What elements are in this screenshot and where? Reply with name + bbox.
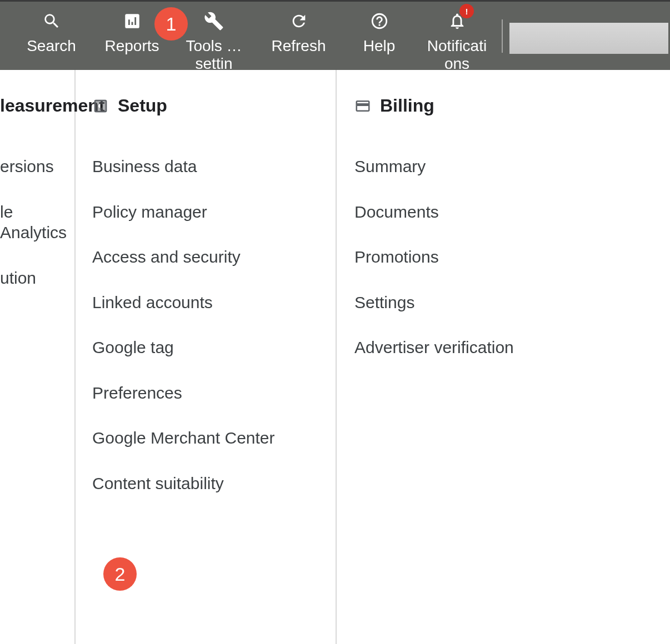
- menu-item-google-analytics[interactable]: le Analytics: [0, 189, 74, 255]
- menu-item-summary[interactable]: Summary: [354, 144, 670, 189]
- reports-icon: [123, 9, 142, 33]
- menu-item-business-data[interactable]: Business data: [92, 144, 336, 189]
- account-area-placeholder: [509, 23, 668, 54]
- gear-box-icon: [92, 98, 109, 114]
- menu-item-google-merchant-center[interactable]: Google Merchant Center: [92, 415, 336, 461]
- refresh-icon: [289, 9, 308, 33]
- credit-card-icon: [354, 98, 371, 114]
- menu-item-access-security[interactable]: Access and security: [92, 234, 336, 280]
- menu-item-attribution[interactable]: ution: [0, 255, 74, 301]
- menu-item-settings[interactable]: Settings: [354, 280, 670, 325]
- toolbar-refresh[interactable]: Refresh: [256, 7, 342, 55]
- measurement-header: leasurement: [0, 95, 74, 116]
- column-billing: Billing Summary Documents Promotions Set…: [337, 70, 670, 644]
- setup-header: Setup: [92, 95, 336, 116]
- notification-alert-badge: !: [459, 4, 474, 18]
- toolbar-divider: [502, 19, 503, 53]
- toolbar-notifications-label: Notificati ons: [417, 37, 497, 73]
- search-icon: [42, 9, 61, 33]
- top-toolbar: Search Reports Tools … settin Refresh He…: [0, 0, 670, 70]
- column-measurement: leasurement ersions le Analytics ution: [0, 70, 76, 644]
- setup-header-label: Setup: [118, 95, 167, 116]
- toolbar-help-label: Help: [363, 37, 396, 55]
- billing-header: Billing: [354, 95, 670, 116]
- help-icon: [370, 9, 389, 33]
- menu-item-conversions[interactable]: ersions: [0, 144, 74, 189]
- dropdown-content: leasurement ersions le Analytics ution S…: [0, 70, 670, 644]
- toolbar-search[interactable]: Search: [11, 7, 92, 55]
- billing-header-label: Billing: [380, 95, 434, 116]
- toolbar-notifications[interactable]: ! Notificati ons: [417, 7, 497, 73]
- menu-item-linked-accounts[interactable]: Linked accounts: [92, 280, 336, 325]
- menu-item-preferences[interactable]: Preferences: [92, 370, 336, 416]
- menu-item-documents[interactable]: Documents: [354, 189, 670, 235]
- annotation-badge-2: 2: [103, 557, 137, 591]
- toolbar-refresh-label: Refresh: [271, 37, 326, 55]
- toolbar-reports-label: Reports: [104, 37, 159, 55]
- menu-item-advertiser-verification[interactable]: Advertiser verification: [354, 325, 670, 370]
- toolbar-tools-label: Tools … settin: [172, 37, 256, 73]
- menu-item-google-tag[interactable]: Google tag: [92, 325, 336, 370]
- toolbar-search-label: Search: [27, 37, 76, 55]
- toolbar-help[interactable]: Help: [342, 7, 417, 55]
- annotation-badge-1: 1: [154, 7, 188, 41]
- menu-item-promotions[interactable]: Promotions: [354, 234, 670, 280]
- menu-item-policy-manager[interactable]: Policy manager: [92, 189, 336, 235]
- wrench-icon: [204, 9, 224, 33]
- menu-item-content-suitability[interactable]: Content suitability: [92, 461, 336, 506]
